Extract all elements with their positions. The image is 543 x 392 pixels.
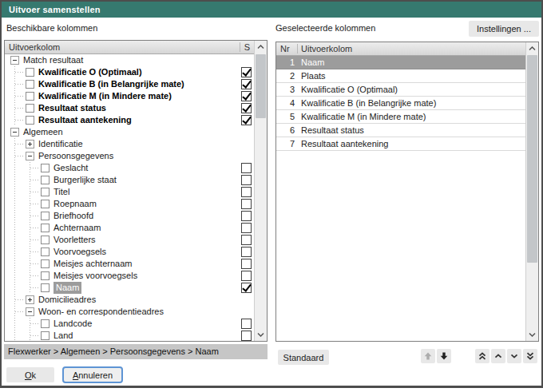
move-up-one-button[interactable] bbox=[491, 349, 505, 363]
move-to-top-button[interactable] bbox=[475, 349, 489, 363]
tree-row[interactable]: Algemeen bbox=[5, 126, 254, 138]
item-checkbox[interactable] bbox=[41, 283, 50, 292]
tree-row[interactable]: Meisjes voorvoegsels bbox=[5, 270, 254, 282]
move-up-button[interactable] bbox=[421, 349, 435, 363]
s-checkbox[interactable] bbox=[241, 115, 252, 125]
tree-row[interactable]: Burgerlijke staat bbox=[5, 174, 254, 186]
tree-row[interactable]: Kwalificatie O (Optimaal) bbox=[5, 66, 254, 78]
table-row[interactable]: 3Kwalificatie O (Optimaal) bbox=[276, 83, 525, 97]
collapse-toggle-icon[interactable] bbox=[10, 56, 19, 65]
tree-row[interactable]: Persoonsgegevens bbox=[5, 150, 254, 162]
s-checkbox[interactable] bbox=[241, 319, 252, 329]
item-checkbox[interactable] bbox=[26, 116, 34, 125]
item-checkbox[interactable] bbox=[26, 80, 34, 89]
row-label: Naam bbox=[301, 56, 324, 69]
scroll-up-button[interactable] bbox=[255, 41, 267, 53]
table-row[interactable]: 2Plaats bbox=[276, 69, 525, 83]
s-checkbox[interactable] bbox=[241, 67, 252, 77]
move-down-one-button[interactable] bbox=[507, 349, 521, 363]
item-checkbox[interactable] bbox=[26, 68, 34, 77]
s-checkbox[interactable] bbox=[241, 235, 252, 245]
tree-row[interactable]: Kwalificatie B (in Belangrijke mate) bbox=[5, 78, 254, 90]
tree-row[interactable]: Achternaam bbox=[5, 222, 254, 234]
chevron-down-icon bbox=[257, 332, 264, 337]
tree-row[interactable]: Roepnaam bbox=[5, 198, 254, 210]
collapse-toggle-icon[interactable] bbox=[26, 152, 34, 160]
tree-row[interactable]: Naam bbox=[5, 282, 254, 294]
settings-button[interactable]: Instellingen ... bbox=[469, 21, 539, 37]
s-checkbox[interactable] bbox=[241, 259, 252, 269]
tree-row[interactable]: Kwalificatie M (in Mindere mate) bbox=[5, 90, 254, 102]
table-scrollbar[interactable] bbox=[525, 42, 538, 341]
scrollbar-thumb[interactable] bbox=[256, 54, 266, 118]
s-checkbox[interactable] bbox=[241, 187, 252, 197]
s-checkbox[interactable] bbox=[241, 199, 252, 209]
item-checkbox[interactable] bbox=[41, 259, 50, 268]
tree-guide bbox=[30, 180, 40, 180]
s-checkbox[interactable] bbox=[241, 91, 252, 101]
s-checkbox[interactable] bbox=[241, 223, 252, 233]
tree-guide bbox=[30, 251, 40, 252]
s-checkbox[interactable] bbox=[241, 283, 252, 293]
tree-row[interactable]: Land bbox=[5, 330, 254, 341]
table-row[interactable]: 5Kwalificatie M (in Mindere mate) bbox=[276, 110, 525, 124]
tree-row[interactable]: Voorvoegsels bbox=[5, 246, 254, 258]
tree-row[interactable]: Voorletters bbox=[5, 234, 254, 246]
expand-toggle-icon[interactable] bbox=[26, 295, 34, 304]
tree-row[interactable]: Geslacht bbox=[5, 162, 254, 174]
tree-item-label: Match resultaat bbox=[23, 54, 83, 66]
collapse-toggle-icon[interactable] bbox=[26, 307, 34, 316]
tree-row[interactable]: Meisjes achternaam bbox=[5, 258, 254, 270]
tree-row[interactable]: Domicilieadres bbox=[5, 294, 254, 306]
ok-button[interactable]: Ok bbox=[6, 367, 54, 382]
item-checkbox[interactable] bbox=[41, 331, 50, 340]
table-row[interactable]: 1Naam bbox=[276, 56, 525, 69]
scroll-down-button[interactable] bbox=[255, 328, 267, 341]
move-down-button[interactable] bbox=[437, 349, 451, 363]
table-row[interactable]: 4Kwalificatie B (in Belangrijke mate) bbox=[276, 97, 525, 110]
scrollbar-thumb[interactable] bbox=[527, 55, 537, 263]
cancel-button[interactable]: Annuleren bbox=[62, 366, 123, 383]
tree-row[interactable]: Landcode bbox=[5, 318, 254, 330]
tree-item-label: Kwalificatie M (in Mindere mate) bbox=[38, 90, 172, 102]
item-checkbox[interactable] bbox=[41, 164, 50, 172]
s-checkbox[interactable] bbox=[241, 163, 252, 173]
standard-button[interactable]: Standaard bbox=[278, 350, 329, 365]
tree-row[interactable]: Titel bbox=[5, 186, 254, 198]
tree-row[interactable]: Match resultaat bbox=[5, 54, 254, 66]
tree-scrollbar[interactable] bbox=[254, 41, 267, 341]
s-checkbox[interactable] bbox=[241, 247, 252, 257]
item-checkbox[interactable] bbox=[41, 176, 50, 184]
item-checkbox[interactable] bbox=[41, 200, 50, 208]
s-checkbox[interactable] bbox=[241, 79, 252, 89]
tree-row[interactable]: Briefhoofd bbox=[5, 210, 254, 222]
item-checkbox[interactable] bbox=[41, 224, 50, 232]
s-checkbox[interactable] bbox=[241, 175, 252, 185]
item-checkbox[interactable] bbox=[41, 319, 50, 328]
table-row[interactable]: 7Resultaat aantekening bbox=[276, 137, 525, 151]
collapse-toggle-icon[interactable] bbox=[10, 128, 19, 137]
s-checkbox[interactable] bbox=[241, 271, 252, 281]
tree-item-label: Geslacht bbox=[54, 162, 88, 174]
tree-row[interactable]: Resultaat status bbox=[5, 102, 254, 114]
item-checkbox[interactable] bbox=[41, 271, 50, 280]
item-checkbox[interactable] bbox=[41, 188, 50, 196]
table-row[interactable]: 6Resultaat status bbox=[276, 124, 525, 137]
scroll-down-button[interactable] bbox=[526, 328, 538, 341]
item-checkbox[interactable] bbox=[41, 236, 50, 244]
expand-toggle-icon[interactable] bbox=[26, 140, 34, 148]
chevron-up-icon bbox=[257, 45, 264, 49]
s-checkbox[interactable] bbox=[241, 103, 252, 113]
s-checkbox[interactable] bbox=[241, 331, 252, 341]
tree-row[interactable]: Resultaat aantekening bbox=[5, 114, 254, 126]
chevron-up-icon bbox=[494, 352, 502, 360]
tree-row[interactable]: Identificatie bbox=[5, 138, 254, 150]
s-checkbox[interactable] bbox=[241, 211, 252, 221]
item-checkbox[interactable] bbox=[26, 92, 34, 101]
tree-row[interactable]: Woon- en correspondentieadres bbox=[5, 306, 254, 318]
move-to-bottom-button[interactable] bbox=[523, 349, 537, 363]
item-checkbox[interactable] bbox=[41, 247, 50, 256]
scroll-up-button[interactable] bbox=[526, 42, 538, 55]
item-checkbox[interactable] bbox=[26, 104, 34, 113]
item-checkbox[interactable] bbox=[41, 212, 50, 220]
